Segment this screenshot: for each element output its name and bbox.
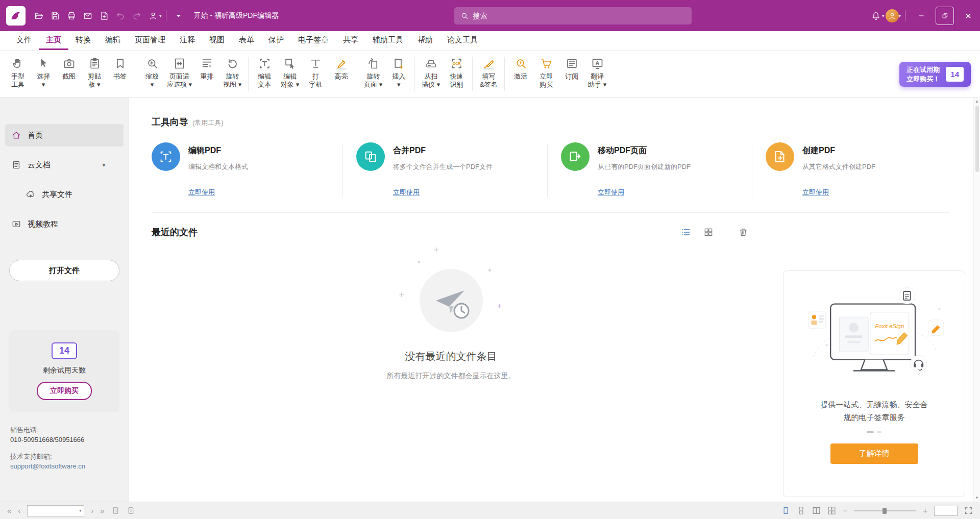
first-page-icon[interactable]: «: [7, 507, 11, 514]
translate-assistant-button[interactable]: A翻译 助手 ▾: [584, 55, 610, 90]
print-icon[interactable]: [63, 7, 80, 24]
zoom-out-icon[interactable]: −: [843, 507, 847, 514]
card-edit-pdf[interactable]: 编辑PDF 编辑文档和文本格式 立即使用: [152, 142, 335, 197]
fill-sign-button[interactable]: 填写 &签名: [476, 55, 501, 90]
reflow-button[interactable]: 重排: [194, 55, 219, 82]
card-move-pdf-pages[interactable]: 移动PDF页面 从已有的PDF页面创建新的PDF 立即使用: [561, 142, 745, 197]
save-icon[interactable]: [47, 7, 63, 24]
search-input[interactable]: [473, 12, 685, 20]
sidebar-item-shared-files[interactable]: 共享文件: [5, 183, 124, 206]
ribbon-collapse-icon[interactable]: [170, 7, 187, 24]
snapshot-button[interactable]: 截图: [56, 55, 82, 82]
edit-text-button[interactable]: 编辑 文本: [252, 55, 277, 90]
menu-tab-edit[interactable]: 编辑: [98, 31, 128, 50]
activate-button[interactable]: 激活: [508, 55, 533, 82]
continuous-facing-view-icon[interactable]: [827, 506, 836, 515]
select-button[interactable]: 选择 ▾: [31, 55, 56, 90]
zoom-slider[interactable]: [854, 507, 916, 514]
menu-tab-share[interactable]: 共享: [336, 31, 365, 50]
rotate-pages-button[interactable]: 旋转 页面 ▾: [360, 55, 386, 90]
trial-period-badge[interactable]: 正在试用期 立即购买！ 14: [899, 62, 971, 87]
open-file-button[interactable]: 打开文件: [9, 260, 119, 281]
use-now-link[interactable]: 立即使用: [802, 188, 949, 197]
quick-ocr-button[interactable]: OCR快速 识别: [444, 55, 469, 90]
carousel-dot[interactable]: [877, 431, 881, 433]
foxit-logo[interactable]: [6, 6, 26, 26]
page-fit-options-button[interactable]: 页面适 应选项 ▾: [165, 55, 194, 90]
account-menu-caret-icon[interactable]: ▾: [898, 13, 901, 18]
use-now-link[interactable]: 立即使用: [598, 188, 745, 197]
menu-tab-view[interactable]: 视图: [202, 31, 232, 50]
redo-icon[interactable]: [129, 7, 145, 24]
chevron-down-icon[interactable]: ▾: [103, 162, 117, 168]
continuous-view-icon[interactable]: [797, 506, 805, 515]
export-pdf-icon[interactable]: [96, 7, 112, 24]
sidebar-item-cloud-docs[interactable]: 云文档 ▾: [5, 154, 124, 176]
undo-icon[interactable]: [112, 7, 129, 24]
menu-tab-file[interactable]: 文件: [9, 31, 39, 50]
notifications-caret-icon[interactable]: ▾: [882, 13, 885, 18]
card-create-pdf[interactable]: 创建PDF 从其它格式文件创建PDF 立即使用: [766, 142, 949, 197]
menu-tab-esign[interactable]: 电子签章: [291, 31, 336, 50]
menu-tab-home[interactable]: 主页: [39, 31, 68, 50]
trial-buy-button[interactable]: 立即购买: [37, 382, 92, 400]
fullscreen-icon[interactable]: [964, 506, 973, 515]
use-now-link[interactable]: 立即使用: [188, 188, 335, 197]
last-page-icon[interactable]: »: [100, 507, 104, 514]
insert-pages-button[interactable]: 插入 ▾: [386, 55, 411, 90]
clipboard-button[interactable]: 剪贴 板 ▾: [82, 55, 107, 90]
account-caret-icon[interactable]: ▾: [159, 13, 162, 18]
menu-tab-accessibility[interactable]: 辅助工具: [365, 31, 410, 50]
clear-recent-trash-button[interactable]: [736, 225, 750, 239]
learn-more-button[interactable]: 了解详情: [830, 443, 918, 464]
menu-tab-help[interactable]: 帮助: [410, 31, 440, 50]
previous-view-icon[interactable]: [111, 506, 120, 515]
card-merge-pdf[interactable]: 合并PDF 将多个文件合并生成一个PDF文件 立即使用: [356, 142, 540, 197]
zoom-slider-thumb[interactable]: [883, 508, 887, 514]
zoom-in-icon[interactable]: +: [923, 507, 927, 514]
single-page-view-icon[interactable]: [781, 506, 790, 515]
sidebar-item-home[interactable]: 首页: [5, 124, 124, 146]
next-page-icon[interactable]: ›: [91, 507, 93, 514]
from-scanner-button[interactable]: 从扫 描仪 ▾: [418, 55, 444, 90]
menu-tab-comment[interactable]: 注释: [173, 31, 202, 50]
scrollbar-thumb[interactable]: [975, 106, 979, 172]
highlight-button[interactable]: 高亮: [328, 55, 354, 82]
menu-tab-protect[interactable]: 保护: [261, 31, 291, 50]
page-number-input[interactable]: [28, 507, 77, 514]
list-view-button[interactable]: [679, 225, 693, 239]
zoom-percent-box[interactable]: [934, 506, 958, 516]
subscribe-button[interactable]: 订阅: [559, 55, 584, 82]
sidebar-item-video-tutorials[interactable]: 视频教程: [5, 213, 124, 235]
support-email-link[interactable]: support@foxitsoftware.cn: [10, 462, 118, 472]
carousel-dot-active[interactable]: [867, 431, 874, 433]
bookmark-button[interactable]: 书签: [107, 55, 133, 82]
open-file-icon[interactable]: [31, 7, 47, 24]
close-button[interactable]: ×: [957, 0, 980, 31]
menu-tab-convert[interactable]: 转换: [68, 31, 98, 50]
maximize-restore-button[interactable]: [933, 0, 957, 31]
menu-tab-paper-tools[interactable]: 论文工具: [440, 31, 485, 50]
grid-view-button[interactable]: [701, 225, 716, 239]
next-view-icon[interactable]: [127, 506, 135, 515]
scroll-down-icon[interactable]: ▼: [975, 496, 979, 500]
typewriter-button[interactable]: 打 字机: [303, 55, 328, 90]
menu-tab-form[interactable]: 表单: [232, 31, 261, 50]
rotate-view-button[interactable]: 旋转 视图 ▾: [219, 55, 245, 90]
prev-page-icon[interactable]: ‹: [18, 507, 20, 514]
zoom-button[interactable]: 缩放 ▾: [139, 55, 165, 90]
facing-view-icon[interactable]: [812, 506, 821, 515]
mail-icon[interactable]: [80, 7, 96, 24]
zoom-percent-input[interactable]: [935, 507, 957, 516]
search-box[interactable]: [454, 7, 692, 24]
use-now-link[interactable]: 立即使用: [393, 188, 540, 197]
page-dropdown-caret-icon[interactable]: ▾: [77, 508, 84, 513]
minimize-button[interactable]: [910, 0, 933, 31]
edit-object-button[interactable]: 编辑 对象 ▾: [277, 55, 303, 90]
page-number-box[interactable]: ▾: [27, 505, 84, 516]
content-scrollbar[interactable]: ▲ ▼: [973, 97, 980, 502]
hand-tool-button[interactable]: 手型 工具: [5, 55, 31, 90]
menu-tab-page-manage[interactable]: 页面管理: [128, 31, 173, 50]
scroll-up-icon[interactable]: ▲: [975, 99, 979, 104]
buy-now-button[interactable]: 立即 购买: [533, 55, 559, 90]
